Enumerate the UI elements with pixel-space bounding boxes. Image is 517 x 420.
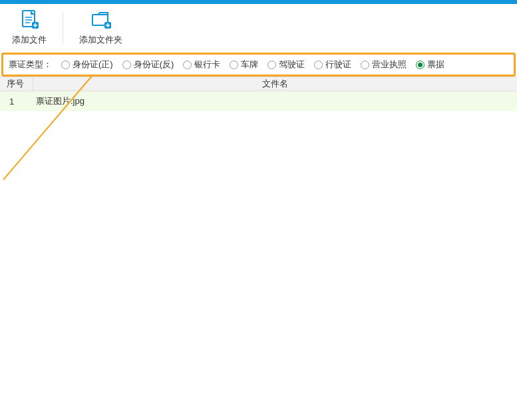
folder-add-icon [90,9,112,31]
table-body: 1票证图片.jpg [0,91,517,111]
radio-icon [122,61,131,69]
radio-option[interactable]: 驾驶证 [267,59,305,71]
radio-label: 行驶证 [325,59,351,71]
col-index: 序号 [0,77,33,91]
filter-caption: 票证类型： [9,59,52,71]
toolbar: 添加文件 添加文件夹 [0,4,517,50]
radio-icon [267,61,276,69]
radio-label: 车牌 [241,59,258,71]
table-row[interactable]: 1票证图片.jpg [0,91,517,111]
cell-index: 1 [0,97,33,106]
col-filename: 文件名 [33,78,517,90]
toolbar-separator [63,13,63,43]
table-header: 序号 文件名 [0,77,517,91]
radio-label: 身份证(正) [73,59,113,71]
radio-icon [416,61,425,69]
radio-label: 银行卡 [194,59,220,71]
add-file-label: 添加文件 [12,34,47,46]
add-file-button[interactable]: 添加文件 [12,9,47,46]
cell-filename: 票证图片.jpg [33,95,85,107]
file-add-icon [19,9,39,31]
radio-icon [183,61,192,69]
radio-icon [361,61,369,69]
add-folder-label: 添加文件夹 [79,34,122,46]
add-folder-button[interactable]: 添加文件夹 [79,9,122,46]
radio-option[interactable]: 行驶证 [314,59,351,71]
radio-option[interactable]: 身份证(正) [61,59,113,71]
radio-icon [230,61,238,69]
radio-option[interactable]: 票据 [416,59,444,71]
radio-icon [314,61,323,69]
radio-icon [61,61,70,69]
radio-option[interactable]: 车牌 [230,59,258,71]
radio-label: 营业执照 [372,59,407,71]
ticket-type-filter: 票证类型： 身份证(正)身份证(反)银行卡车牌驾驶证行驶证营业执照票据 [1,53,516,77]
radio-option[interactable]: 银行卡 [183,59,220,71]
radio-label: 驾驶证 [279,59,305,71]
radio-option[interactable]: 身份证(反) [122,59,174,71]
radio-option[interactable]: 营业执照 [361,59,407,71]
radio-label: 身份证(反) [134,59,174,71]
radio-label: 票据 [427,59,444,71]
